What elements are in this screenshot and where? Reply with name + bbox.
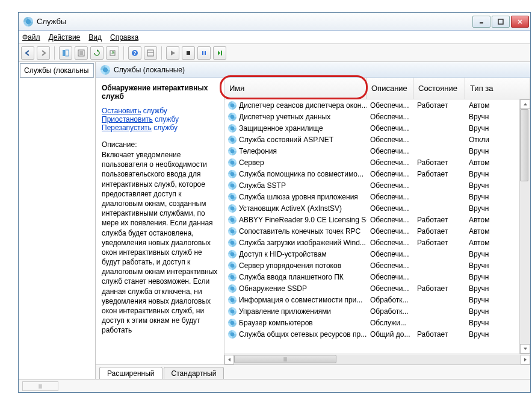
menu-action[interactable]: Действие: [49, 33, 81, 42]
service-name: Управление приложениями: [239, 307, 331, 316]
scroll-down-icon[interactable]: [520, 344, 530, 354]
horizontal-scrollbar[interactable]: |||: [224, 354, 530, 364]
service-startup: Вручн: [465, 273, 519, 281]
service-desc: Обеспечи...: [367, 261, 413, 270]
table-row[interactable]: Сервер упорядочения потоковОбеспечи...Вр…: [224, 260, 519, 271]
table-row[interactable]: Установщик ActiveX (AxInstSV)Обеспечи...…: [224, 202, 519, 214]
start-service-button[interactable]: [166, 46, 179, 60]
service-desc: Обеспечи...: [367, 204, 413, 213]
window-title: Службы: [37, 17, 471, 26]
status-bar: |||: [19, 379, 530, 392]
table-row[interactable]: Диспетчер учетных данныхОбеспечи...Вручн: [224, 111, 519, 122]
menu-help[interactable]: Справка: [110, 33, 138, 42]
tab-standard[interactable]: Стандартный: [164, 367, 224, 379]
table-row[interactable]: ТелефонияОбеспечи...Вручн: [224, 145, 519, 157]
tab-extended[interactable]: Расширенный: [99, 367, 162, 379]
maximize-button[interactable]: [492, 16, 510, 28]
service-desc: Обслужи...: [367, 319, 413, 327]
col-state[interactable]: Состояние: [413, 78, 465, 99]
service-name: Диспетчер сеансов диспетчера окон...: [239, 101, 367, 110]
table-row[interactable]: Служба состояний ASP.NETОбеспечи...Откли: [224, 134, 519, 145]
help-button[interactable]: ?: [128, 46, 141, 60]
table-row[interactable]: Браузер компьютеровОбслужи...Вручн: [224, 317, 519, 328]
table-row[interactable]: Служба помощника по совместимо...Обеспеч…: [224, 168, 519, 180]
separator: [54, 46, 55, 60]
gear-icon: [228, 193, 237, 201]
pause-link-row: Приостановить службу: [102, 115, 218, 123]
service-name: Сервер: [239, 158, 264, 167]
detail-pane: Обнаружение интерактивных служб Останови…: [96, 78, 224, 364]
table-row[interactable]: Служба SSTPОбеспечи...Вручн: [224, 180, 519, 191]
service-startup: Вручн: [465, 284, 519, 293]
service-desc: Обеспечи...: [367, 113, 413, 121]
service-startup: Вручн: [465, 124, 519, 133]
scroll-right-icon[interactable]: [521, 355, 530, 364]
scroll-up-icon[interactable]: [520, 99, 530, 109]
pause-link[interactable]: Приостановить: [102, 115, 153, 123]
table-row[interactable]: Служба загрузки изображений Wind...Обесп…: [224, 237, 519, 248]
menu-file[interactable]: Файл: [22, 33, 40, 42]
service-name: Доступ к HID-устройствам: [239, 250, 327, 258]
service-desc: Обеспечи...: [367, 101, 413, 110]
service-name: Диспетчер учетных данных: [239, 113, 330, 121]
table-row[interactable]: Информация о совместимости при...Обработ…: [224, 294, 519, 305]
table-row[interactable]: Защищенное хранилищеОбеспечи...Вручн: [224, 122, 519, 134]
table-row[interactable]: Сопоставитель конечных точек RPCОбеспечи…: [224, 225, 519, 237]
back-button[interactable]: [21, 46, 34, 60]
service-list[interactable]: Диспетчер сеансов диспетчера окон...Обес…: [224, 99, 519, 354]
table-row[interactable]: Служба ввода планшетного ПКОбеспечи...Вр…: [224, 271, 519, 283]
export-button[interactable]: [106, 46, 119, 60]
service-desc: Обеспечи...: [367, 181, 413, 190]
service-name: Служба ввода планшетного ПК: [239, 273, 344, 281]
close-button[interactable]: [511, 16, 529, 28]
service-name: Служба общих сетевых ресурсов пр...: [239, 330, 367, 339]
vertical-scrollbar[interactable]: [519, 99, 530, 354]
forward-button[interactable]: [37, 46, 50, 60]
service-name: Служба помощника по совместимо...: [239, 170, 363, 178]
refresh-button[interactable]: [90, 46, 104, 60]
restart-service-button[interactable]: [213, 46, 226, 60]
table-row[interactable]: СерверОбеспечи...РаботаетАвтом: [224, 157, 519, 168]
show-hide-tree-button[interactable]: [59, 46, 72, 60]
table-row[interactable]: Служба шлюза уровня приложенияОбеспечи..…: [224, 191, 519, 202]
scroll-left-icon[interactable]: [224, 355, 234, 364]
table-row[interactable]: Диспетчер сеансов диспетчера окон...Обес…: [224, 99, 519, 111]
restart-link-row: Перезапустить службу: [102, 123, 218, 132]
title-bar[interactable]: Службы: [19, 13, 530, 31]
pause-service-button[interactable]: [197, 46, 211, 60]
table-row[interactable]: Служба общих сетевых ресурсов пр...Общий…: [224, 328, 519, 340]
col-name[interactable]: Имя: [224, 78, 367, 99]
svg-rect-17: [202, 51, 203, 55]
svg-rect-5: [66, 50, 69, 56]
scroll-thumb[interactable]: |||: [234, 355, 336, 363]
gear-icon: [228, 239, 237, 247]
service-startup: Вручн: [465, 170, 519, 178]
service-name: Защищенное хранилище: [239, 124, 323, 133]
minimize-button[interactable]: [472, 16, 490, 28]
column-header: Имя Описание Состояние Тип за: [224, 78, 530, 99]
service-startup: Вручн: [465, 147, 519, 155]
service-state: Работает: [413, 227, 465, 236]
menu-view[interactable]: Вид: [88, 33, 102, 42]
col-description[interactable]: Описание: [367, 78, 413, 99]
service-startup: Вручн: [465, 330, 519, 339]
service-desc: Обеспечи...: [367, 250, 413, 258]
table-row[interactable]: ABBYY FineReader 9.0 CE Licensing Se...О…: [224, 214, 519, 225]
scroll-thumb[interactable]: [520, 109, 528, 181]
gear-icon: [228, 216, 237, 224]
service-startup: Автом: [465, 239, 519, 247]
stop-service-button[interactable]: [182, 46, 195, 60]
restart-link[interactable]: Перезапустить: [102, 123, 152, 132]
table-row[interactable]: Управление приложениямиОбработк...Вручн: [224, 305, 519, 317]
table-row[interactable]: Доступ к HID-устройствамОбеспечи...Вручн: [224, 248, 519, 260]
table-row[interactable]: Обнаружение SSDPОбеспечи...РаботаетВручн: [224, 283, 519, 294]
service-desc: Обеспечи...: [367, 136, 413, 144]
tree-node-services[interactable]: Службы (локальны: [20, 63, 94, 78]
properties-button[interactable]: [75, 46, 88, 60]
stop-link[interactable]: Остановить: [102, 107, 141, 115]
service-startup: Вручн: [465, 319, 519, 327]
svg-rect-4: [63, 50, 65, 56]
col-startup-type[interactable]: Тип за: [465, 78, 530, 99]
service-state: Работает: [413, 239, 465, 247]
list-button[interactable]: [144, 46, 157, 60]
